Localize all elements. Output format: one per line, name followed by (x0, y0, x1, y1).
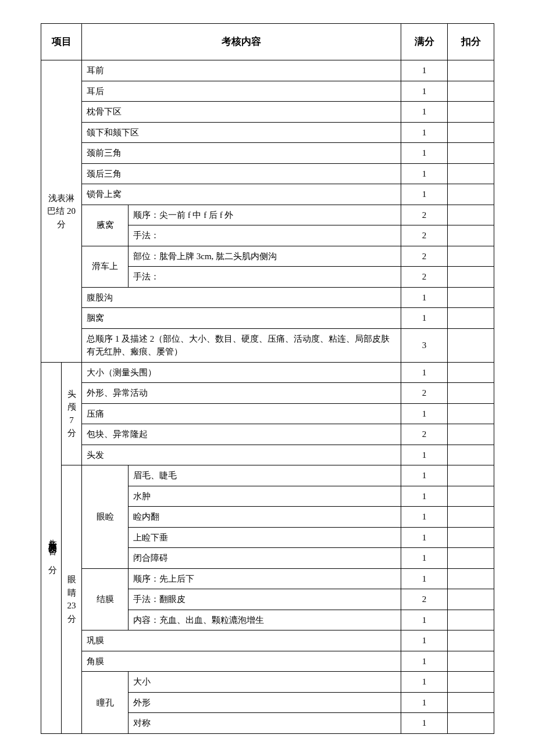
table-row: 头颅及颜面器官 65 分 头颅7 分 大小（测量头围） 1 (41, 362, 494, 383)
assessment-table-page: 项目 考核内容 满分 扣分 浅表淋巴结 20 分 耳前 1 耳后 1 枕骨下区 … (41, 23, 494, 734)
assessment-table: 项目 考核内容 满分 扣分 浅表淋巴结 20 分 耳前 1 耳后 1 枕骨下区 … (41, 23, 494, 734)
cell-deduct (448, 205, 494, 225)
header-full-score: 满分 (401, 24, 448, 60)
cell-deduct (448, 246, 494, 267)
cell-deduct (448, 713, 494, 734)
cell-deduct (448, 163, 494, 184)
cell-score: 2 (401, 589, 448, 610)
cell-score: 1 (401, 465, 448, 486)
cell-content: 手法：翻眼皮 (129, 589, 401, 610)
cell-deduct (448, 102, 494, 123)
cell-deduct (448, 122, 494, 143)
cell-score: 1 (401, 445, 448, 465)
cell-deduct (448, 548, 494, 569)
cell-deduct (448, 610, 494, 630)
table-row: 耳后 1 (41, 81, 494, 102)
cell-content: 锁骨上窝 (82, 184, 401, 205)
cell-content: 枕骨下区 (82, 102, 401, 123)
cell-deduct (448, 184, 494, 205)
cell-content: 外形、异常活动 (82, 383, 401, 404)
table-row: 压痛 1 (41, 403, 494, 424)
conjunctiva-label: 结膜 (82, 568, 129, 630)
cell-score: 1 (401, 81, 448, 102)
cell-deduct (448, 527, 494, 548)
table-row: 胭窝 1 (41, 308, 494, 329)
cell-score: 1 (401, 486, 448, 507)
cell-content: 顺序：尖一前 f 中 f 后 f 外 (129, 205, 401, 225)
cell-score: 2 (401, 267, 448, 288)
cell-score: 1 (401, 630, 448, 651)
cell-content: 部位：肱骨上牌 3cm, 肱二头肌内侧沟 (129, 246, 401, 267)
cell-score: 2 (401, 205, 448, 225)
cell-content: 睑内翻 (129, 507, 401, 528)
cell-content: 手法： (129, 267, 401, 288)
cell-deduct (448, 424, 494, 445)
cell-content: 总顺序 1 及描述 2（部位、大小、数目、硬度、压痛、活动度、粘连、局部皮肤有无… (82, 328, 401, 362)
sub-eye-label: 眼睛 23 分 (62, 465, 82, 734)
pupil-label: 瞳孔 (82, 672, 129, 734)
cell-score: 1 (401, 362, 448, 383)
cell-score: 1 (401, 163, 448, 184)
table-row: 包块、异常隆起 2 (41, 424, 494, 445)
table-row: 瞳孔 大小 1 (41, 672, 494, 693)
cell-deduct (448, 308, 494, 329)
cell-content: 手法： (129, 225, 401, 246)
cell-content: 上睑下垂 (129, 527, 401, 548)
cell-deduct (448, 651, 494, 672)
cell-content: 顺序：先上后下 (129, 568, 401, 589)
cell-content: 颌下和颏下区 (82, 122, 401, 143)
cell-deduct (448, 630, 494, 651)
table-row: 枕骨下区 1 (41, 102, 494, 123)
cell-content: 眉毛、睫毛 (129, 465, 401, 486)
cell-deduct (448, 445, 494, 465)
header-content: 考核内容 (82, 24, 401, 60)
cell-score: 1 (401, 672, 448, 693)
cell-content: 外形 (129, 692, 401, 713)
cell-content: 内容：充血、出血、颗粒漉泡增生 (129, 610, 401, 630)
sub-skull-label: 头颅7 分 (62, 362, 82, 465)
cell-score: 1 (401, 102, 448, 123)
cell-deduct (448, 465, 494, 486)
cell-score: 1 (401, 308, 448, 329)
section-headface-label: 头颅及颜面器官 65 分 (41, 362, 62, 733)
header-project: 项目 (41, 24, 82, 60)
cell-content: 颈前三角 (82, 143, 401, 164)
cell-score: 1 (401, 527, 448, 548)
table-row: 浅表淋巴结 20 分 耳前 1 (41, 60, 494, 81)
cell-score: 2 (401, 225, 448, 246)
cell-score: 1 (401, 122, 448, 143)
cell-content: 耳前 (82, 60, 401, 81)
cell-score: 2 (401, 383, 448, 404)
cell-content: 大小 (129, 672, 401, 693)
cell-deduct (448, 60, 494, 81)
table-row: 总顺序 1 及描述 2（部位、大小、数目、硬度、压痛、活动度、粘连、局部皮肤有无… (41, 328, 494, 362)
table-row: 腋窝 顺序：尖一前 f 中 f 后 f 外 2 (41, 205, 494, 225)
table-row: 滑车上 部位：肱骨上牌 3cm, 肱二头肌内侧沟 2 (41, 246, 494, 267)
cell-deduct (448, 81, 494, 102)
cell-content: 大小（测量头围） (82, 362, 401, 383)
cell-content: 颈后三角 (82, 163, 401, 184)
cell-score: 1 (401, 692, 448, 713)
cell-deduct (448, 287, 494, 308)
cell-deduct (448, 672, 494, 693)
table-header-row: 项目 考核内容 满分 扣分 (41, 24, 494, 60)
table-row: 颈前三角 1 (41, 143, 494, 164)
cell-deduct (448, 486, 494, 507)
cell-score: 1 (401, 610, 448, 630)
cell-deduct (448, 692, 494, 713)
cell-content: 腹股沟 (82, 287, 401, 308)
cell-score: 1 (401, 548, 448, 569)
cell-deduct (448, 383, 494, 404)
cell-deduct (448, 225, 494, 246)
cell-deduct (448, 267, 494, 288)
cell-deduct (448, 568, 494, 589)
cell-content: 闭合障碍 (129, 548, 401, 569)
cell-score: 1 (401, 568, 448, 589)
table-row: 角膜 1 (41, 651, 494, 672)
cell-content: 角膜 (82, 651, 401, 672)
table-row: 颌下和颏下区 1 (41, 122, 494, 143)
cell-content: 头发 (82, 445, 401, 465)
cell-score: 1 (401, 143, 448, 164)
cell-deduct (448, 362, 494, 383)
cell-score: 1 (401, 651, 448, 672)
